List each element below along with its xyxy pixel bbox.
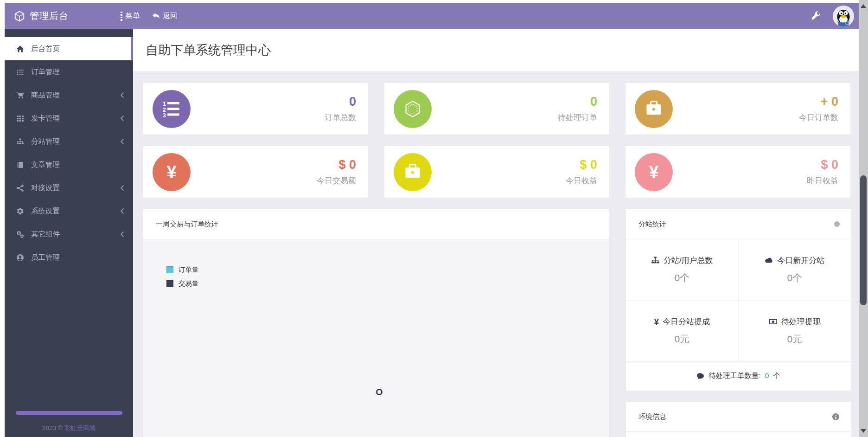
cube-icon (394, 90, 432, 128)
legend-swatch (166, 266, 173, 273)
stat-card-today-orders: + 0 今日订单数 (625, 83, 850, 135)
page-scrollbar[interactable] (859, 0, 868, 437)
menu-toggle[interactable]: 菜单 (121, 11, 140, 21)
legend-swatch (166, 280, 173, 287)
brand-title: 管理后台 (30, 10, 69, 22)
copyright-year: 2023 © (42, 424, 63, 431)
branch-cell-value: 0元 (674, 333, 689, 346)
pending-tickets-row: 待处理工单数量: 0 个 (626, 362, 851, 390)
chart-area: 订单量 交易量 (143, 239, 609, 437)
sidebar-item-label: 商品管理 (31, 90, 60, 100)
info-icon[interactable] (832, 413, 840, 421)
chevron-left-icon (120, 115, 124, 122)
ordered-list-icon: 123 (153, 90, 191, 128)
sidebar-item-other-components[interactable]: 其它组件 (5, 223, 133, 246)
back-button[interactable]: 返回 (152, 11, 178, 21)
back-arrow-icon (152, 13, 160, 19)
copyright-brand-link[interactable]: 彩虹云商城 (64, 424, 96, 431)
sidebar-item-label: 文章管理 (31, 160, 60, 170)
branch-cell-today-commission: ¥ 今日分站提成 0元 (626, 301, 739, 362)
back-label: 返回 (163, 11, 178, 21)
stat-label: 今日交易额 (317, 175, 356, 186)
sidebar-item-label: 系统设置 (31, 206, 60, 216)
gear-icon (16, 207, 24, 215)
ticket-value: 0 (765, 372, 769, 380)
user-circle-icon (16, 254, 24, 262)
yen-icon: ¥ (635, 153, 673, 191)
sidebar-item-home[interactable]: 后台首页 (5, 37, 133, 60)
branch-cell-pending-withdrawal: 待处理提现 0元 (739, 301, 851, 362)
sidebar-item-products[interactable]: 商品管理 (5, 84, 133, 107)
grid-icon (16, 115, 24, 122)
legend-label: 交易量 (179, 279, 199, 288)
env-panel-title: 环境信息 (638, 412, 666, 421)
legend-item-volume[interactable]: 交易量 (166, 279, 199, 288)
cube-logo-icon (14, 11, 25, 22)
branch-cell-label: 分站/用户总数 (664, 255, 713, 266)
chart-panel-header: 一周交易与订单统计 (143, 209, 609, 239)
chevron-left-icon (120, 185, 124, 191)
sidebar-item-label: 员工管理 (31, 253, 60, 263)
top-navbar: 管理后台 菜单 返回 (5, 3, 859, 29)
legend-label: 订单量 (179, 265, 199, 274)
chevron-left-icon (120, 208, 124, 214)
sidebar-item-system-settings[interactable]: 系统设置 (5, 199, 133, 223)
sidebar-item-label: 其它组件 (31, 230, 60, 239)
stat-value: $ 0 (807, 158, 838, 172)
cart-icon (16, 91, 24, 99)
env-panel-header: 环境信息 (626, 402, 851, 432)
scroll-down-arrow[interactable] (861, 429, 866, 433)
legend-item-orders[interactable]: 订单量 (166, 265, 199, 274)
sidebar-item-label: 对接设置 (31, 183, 60, 193)
branch-cell-label: 今日新开分站 (777, 255, 824, 266)
sidebar-item-staff[interactable]: 员工管理 (5, 246, 133, 269)
sidebar-item-orders[interactable]: 订单管理 (5, 60, 133, 84)
scrollbar-thumb[interactable] (860, 175, 867, 305)
stat-label: 今日订单数 (799, 112, 838, 123)
environment-panel: 环境信息 (626, 402, 851, 437)
stat-value: 0 (325, 95, 356, 109)
briefcase-icon (394, 153, 432, 191)
wrench-icon[interactable] (811, 11, 821, 21)
menu-label: 菜单 (126, 11, 140, 21)
briefcase-icon (635, 90, 673, 128)
branch-cell-new-today: 今日新开分站 0个 (739, 239, 851, 301)
stat-card-yesterday-profit: ¥ $ 0 昨日收益 (625, 146, 850, 198)
ticket-label: 待处理工单数量: (708, 371, 761, 381)
sidebar-item-label: 后台首页 (31, 44, 60, 54)
banknote-icon (769, 317, 778, 326)
gears-icon (16, 231, 24, 238)
stat-card-total-orders: 123 0 订单总数 (143, 83, 368, 135)
chevron-left-icon (120, 92, 124, 98)
user-avatar[interactable] (833, 6, 854, 27)
page-header: 自助下单系统管理中心 (133, 29, 859, 71)
main-content: 自助下单系统管理中心 123 0 订单总数 0 待处理订单 (133, 29, 859, 437)
branch-cell-value: 0个 (674, 271, 689, 284)
branch-cell-value: 0元 (787, 333, 802, 346)
sidebar-item-cards[interactable]: 发卡管理 (5, 107, 133, 130)
sidebar-item-label: 订单管理 (31, 67, 60, 77)
chevron-left-icon (120, 231, 124, 238)
branch-panel-header: 分站统计 (626, 209, 851, 239)
stat-value: $ 0 (317, 158, 356, 172)
stat-label: 今日收益 (566, 175, 597, 186)
sidebar-item-api-settings[interactable]: 对接设置 (5, 176, 133, 199)
branch-cell-total-users: 分站/用户总数 0个 (626, 239, 739, 301)
comment-icon (696, 372, 704, 380)
stat-value: $ 0 (566, 158, 597, 172)
sitemap-icon (16, 138, 24, 146)
sidebar-item-substations[interactable]: 分站管理 (5, 130, 133, 153)
sidebar-item-articles[interactable]: 文章管理 (5, 153, 133, 176)
stat-card-pending-orders: 0 待处理订单 (384, 83, 609, 135)
weekly-chart-panel: 一周交易与订单统计 订单量 交易量 (143, 209, 609, 437)
chevron-left-icon (120, 138, 124, 145)
menu-dots-icon (121, 12, 122, 21)
brand[interactable]: 管理后台 (5, 10, 121, 22)
svg-text:3: 3 (163, 112, 166, 118)
sidebar: 后台首页 订单管理 商品管理 发卡管理 分站管理 文章管理 对接设置 系统设置 … (5, 29, 133, 437)
share-icon (16, 184, 24, 192)
chart-panel-title: 一周交易与订单统计 (156, 220, 218, 229)
copyright: 2023 © 彩虹云商城 (5, 424, 133, 432)
branch-panel-title: 分站统计 (638, 220, 666, 229)
scroll-up-arrow[interactable] (861, 4, 866, 8)
